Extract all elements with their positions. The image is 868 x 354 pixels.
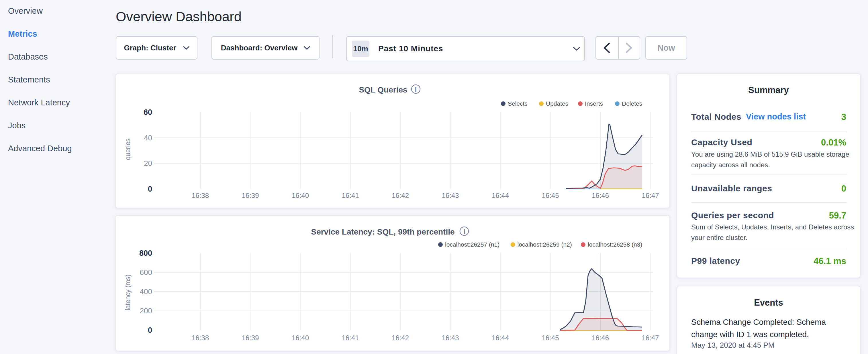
svg-text:16:41: 16:41 bbox=[342, 334, 359, 342]
svg-text:localhost:26259 (n2): localhost:26259 (n2) bbox=[518, 241, 572, 248]
svg-text:16:40: 16:40 bbox=[292, 192, 309, 199]
svg-text:SQL Queries: SQL Queries bbox=[359, 85, 407, 94]
svg-text:20: 20 bbox=[144, 159, 152, 167]
svg-text:localhost:26257 (n1): localhost:26257 (n1) bbox=[445, 241, 499, 248]
svg-text:latency (ms): latency (ms) bbox=[124, 275, 131, 310]
svg-text:16:43: 16:43 bbox=[442, 334, 459, 342]
svg-text:16:41: 16:41 bbox=[342, 192, 359, 199]
svg-text:16:42: 16:42 bbox=[392, 334, 409, 342]
svg-text:0: 0 bbox=[148, 185, 152, 193]
svg-text:Inserts: Inserts bbox=[585, 100, 603, 107]
svg-text:Service Latency: SQL, 99th per: Service Latency: SQL, 99th percentile bbox=[311, 227, 455, 236]
svg-text:16:39: 16:39 bbox=[242, 192, 259, 199]
svg-text:0: 0 bbox=[148, 326, 152, 334]
svg-text:i: i bbox=[415, 86, 417, 93]
svg-text:16:42: 16:42 bbox=[392, 192, 409, 199]
svg-text:16:47: 16:47 bbox=[642, 192, 659, 199]
svg-text:800: 800 bbox=[139, 249, 152, 257]
svg-text:16:44: 16:44 bbox=[492, 192, 509, 199]
svg-text:16:43: 16:43 bbox=[442, 192, 459, 199]
svg-text:400: 400 bbox=[140, 287, 152, 296]
svg-text:Selects: Selects bbox=[508, 100, 528, 107]
svg-text:16:44: 16:44 bbox=[492, 334, 509, 342]
svg-text:16:45: 16:45 bbox=[541, 192, 559, 199]
svg-text:i: i bbox=[463, 228, 465, 235]
svg-text:40: 40 bbox=[144, 133, 152, 142]
svg-text:60: 60 bbox=[144, 108, 152, 117]
svg-text:16:38: 16:38 bbox=[192, 192, 209, 199]
svg-text:16:45: 16:45 bbox=[541, 334, 559, 342]
svg-text:16:38: 16:38 bbox=[192, 334, 209, 342]
svg-text:16:40: 16:40 bbox=[292, 334, 309, 342]
svg-text:600: 600 bbox=[140, 268, 152, 277]
svg-text:16:47: 16:47 bbox=[642, 334, 659, 342]
svg-text:queries: queries bbox=[124, 138, 131, 160]
svg-text:localhost:26258 (n3): localhost:26258 (n3) bbox=[588, 241, 642, 248]
svg-text:Updates: Updates bbox=[546, 100, 568, 107]
svg-text:16:46: 16:46 bbox=[592, 192, 609, 199]
svg-text:200: 200 bbox=[140, 307, 152, 315]
svg-text:16:39: 16:39 bbox=[242, 334, 259, 342]
svg-text:Deletes: Deletes bbox=[622, 100, 642, 107]
svg-text:16:46: 16:46 bbox=[592, 334, 609, 342]
